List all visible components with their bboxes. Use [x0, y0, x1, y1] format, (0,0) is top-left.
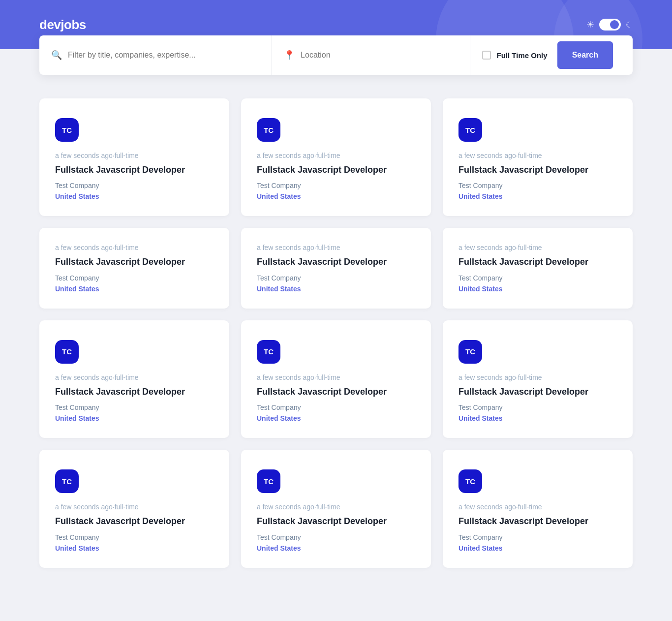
- job-card[interactable]: TC a few seconds ago·full-time Fullstack…: [443, 98, 633, 216]
- fulltime-label: Full Time Only: [497, 51, 548, 60]
- job-title: Fullstack Javascript Developer: [458, 164, 617, 176]
- company-name: Test Company: [55, 533, 214, 541]
- job-location: United States: [458, 544, 617, 552]
- job-meta: a few seconds ago·full-time: [257, 152, 415, 159]
- job-location: United States: [55, 192, 214, 200]
- job-location: United States: [458, 192, 617, 200]
- job-meta: a few seconds ago·full-time: [257, 244, 415, 251]
- job-title: Fullstack Javascript Developer: [55, 164, 214, 176]
- search-bar: 🔍 📍 Full Time Only Search: [39, 35, 633, 75]
- company-name: Test Company: [458, 533, 617, 541]
- company-logo: TC: [458, 469, 482, 493]
- job-meta: a few seconds ago·full-time: [55, 244, 214, 251]
- job-meta: a few seconds ago·full-time: [257, 373, 415, 381]
- company-name: Test Company: [257, 533, 415, 541]
- search-icon: 🔍: [51, 50, 62, 61]
- company-logo: TC: [458, 118, 482, 142]
- fulltime-field: Full Time Only Search: [470, 35, 633, 75]
- job-location: United States: [257, 544, 415, 552]
- job-card[interactable]: TC a few seconds ago·full-time Fullstack…: [39, 320, 229, 438]
- company-name: Test Company: [458, 404, 617, 411]
- jobs-section: TC a few seconds ago·full-time Fullstack…: [0, 75, 672, 597]
- job-meta: a few seconds ago·full-time: [458, 152, 617, 159]
- job-location: United States: [257, 414, 415, 422]
- company-logo: TC: [458, 340, 482, 364]
- job-location: United States: [55, 285, 214, 293]
- location-field: 📍: [272, 35, 470, 75]
- job-card[interactable]: a few seconds ago·full-time Fullstack Ja…: [241, 228, 431, 308]
- job-card[interactable]: TC a few seconds ago·full-time Fullstack…: [39, 98, 229, 216]
- company-logo: TC: [257, 118, 280, 142]
- search-button[interactable]: Search: [557, 41, 613, 69]
- jobs-grid: TC a few seconds ago·full-time Fullstack…: [39, 98, 633, 568]
- job-card[interactable]: TC a few seconds ago·full-time Fullstack…: [443, 320, 633, 438]
- job-location: United States: [55, 414, 214, 422]
- job-meta: a few seconds ago·full-time: [458, 244, 617, 251]
- search-container: 🔍 📍 Full Time Only Search: [0, 35, 672, 75]
- company-logo: TC: [257, 469, 280, 493]
- company-name: Test Company: [257, 404, 415, 411]
- fulltime-checkbox[interactable]: [482, 51, 491, 60]
- company-name: Test Company: [55, 404, 214, 411]
- company-name: Test Company: [257, 274, 415, 282]
- job-card[interactable]: TC a few seconds ago·full-time Fullstack…: [39, 450, 229, 567]
- job-title: Fullstack Javascript Developer: [55, 516, 214, 527]
- company-name: Test Company: [55, 182, 214, 189]
- job-location: United States: [257, 285, 415, 293]
- company-name: Test Company: [257, 182, 415, 189]
- job-meta: a few seconds ago·full-time: [458, 373, 617, 381]
- company-logo: TC: [55, 340, 79, 364]
- company-logo: TC: [55, 469, 79, 493]
- job-location: United States: [458, 285, 617, 293]
- company-name: Test Company: [458, 274, 617, 282]
- job-meta: a few seconds ago·full-time: [257, 503, 415, 511]
- toggle-track[interactable]: [599, 19, 621, 31]
- search-field: 🔍: [39, 35, 272, 75]
- job-location: United States: [458, 414, 617, 422]
- sun-icon: ☀: [586, 19, 594, 30]
- job-title: Fullstack Javascript Developer: [257, 256, 415, 268]
- job-card[interactable]: TC a few seconds ago·full-time Fullstack…: [241, 320, 431, 438]
- job-title: Fullstack Javascript Developer: [257, 386, 415, 398]
- logo: devjobs: [39, 17, 86, 32]
- company-logo: TC: [257, 340, 280, 364]
- location-input[interactable]: [301, 51, 458, 60]
- job-card[interactable]: TC a few seconds ago·full-time Fullstack…: [443, 450, 633, 567]
- location-pin-icon: 📍: [284, 50, 295, 61]
- job-title: Fullstack Javascript Developer: [55, 386, 214, 398]
- company-logo: TC: [55, 118, 79, 142]
- company-name: Test Company: [458, 182, 617, 189]
- job-title: Fullstack Javascript Developer: [257, 164, 415, 176]
- moon-icon: ☾: [626, 20, 633, 30]
- job-location: United States: [257, 192, 415, 200]
- job-card[interactable]: TC a few seconds ago·full-time Fullstack…: [241, 98, 431, 216]
- theme-toggle[interactable]: ☀ ☾: [586, 19, 633, 31]
- job-title: Fullstack Javascript Developer: [458, 386, 617, 398]
- job-card[interactable]: a few seconds ago·full-time Fullstack Ja…: [39, 228, 229, 308]
- toggle-thumb: [610, 20, 619, 29]
- job-card[interactable]: a few seconds ago·full-time Fullstack Ja…: [443, 228, 633, 308]
- company-name: Test Company: [55, 274, 214, 282]
- job-meta: a few seconds ago·full-time: [55, 152, 214, 159]
- job-meta: a few seconds ago·full-time: [458, 503, 617, 511]
- job-title: Fullstack Javascript Developer: [458, 256, 617, 268]
- job-title: Fullstack Javascript Developer: [458, 516, 617, 527]
- search-input[interactable]: [68, 51, 260, 60]
- job-location: United States: [55, 544, 214, 552]
- job-title: Fullstack Javascript Developer: [55, 256, 214, 268]
- job-meta: a few seconds ago·full-time: [55, 373, 214, 381]
- job-title: Fullstack Javascript Developer: [257, 516, 415, 527]
- job-meta: a few seconds ago·full-time: [55, 503, 214, 511]
- job-card[interactable]: TC a few seconds ago·full-time Fullstack…: [241, 450, 431, 567]
